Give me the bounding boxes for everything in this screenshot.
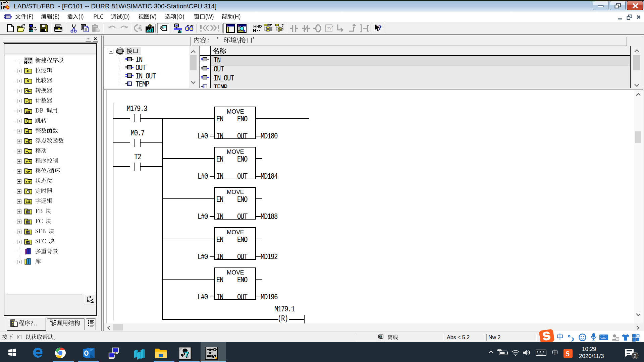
svg-text:DB: DB — [26, 110, 31, 113]
svg-text:+1: +1 — [26, 100, 30, 104]
svg-text:?: ? — [378, 23, 382, 32]
svg-text:±R: ±R — [26, 140, 31, 144]
svg-text:7: 7 — [184, 350, 189, 359]
svg-text:??: ?? — [327, 26, 331, 31]
svg-text:±I: ±I — [26, 130, 29, 134]
svg-text:?: ? — [28, 181, 29, 184]
svg-text:2: 2 — [634, 353, 637, 359]
